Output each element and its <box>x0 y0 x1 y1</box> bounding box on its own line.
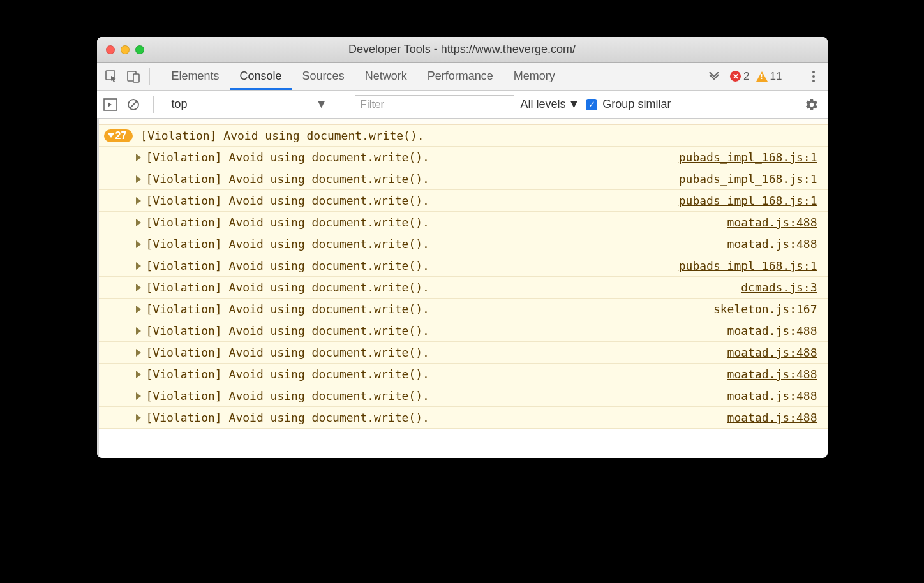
log-source-link[interactable]: moatad.js:488 <box>727 216 817 229</box>
log-source-link[interactable]: pubads_impl_168.js:1 <box>679 151 817 164</box>
disclosure-triangle-icon[interactable] <box>136 240 141 248</box>
disclosure-triangle-icon[interactable] <box>136 219 141 226</box>
chevron-down-icon <box>108 133 114 138</box>
tab-elements[interactable]: Elements <box>161 63 230 90</box>
log-message: [Violation] Avoid using document.write()… <box>146 281 741 294</box>
log-message: [Violation] Avoid using document.write()… <box>146 172 679 186</box>
log-message: [Violation] Avoid using document.write()… <box>146 302 713 316</box>
console-group-header[interactable]: 27 [Violation] Avoid using document.writ… <box>99 125 828 147</box>
log-source-link[interactable]: moatad.js:488 <box>727 389 817 402</box>
log-message: [Violation] Avoid using document.write()… <box>146 237 727 251</box>
window-title: Developer Tools - https://www.theverge.c… <box>97 43 828 56</box>
log-source-link[interactable]: moatad.js:488 <box>727 237 817 251</box>
console-log-row: [Violation] Avoid using document.write()… <box>99 233 828 255</box>
disclosure-triangle-icon[interactable] <box>136 175 141 183</box>
log-source-link[interactable]: dcmads.js:3 <box>741 281 817 294</box>
console-log-row: [Violation] Avoid using document.write()… <box>99 364 828 385</box>
tab-performance[interactable]: Performance <box>417 63 503 90</box>
console-body: 27 [Violation] Avoid using document.writ… <box>97 119 828 458</box>
log-source-link[interactable]: skeleton.js:167 <box>713 302 817 316</box>
console-log-row: [Violation] Avoid using document.write()… <box>99 342 828 364</box>
disclosure-triangle-icon[interactable] <box>136 306 141 313</box>
console-log-row: [Violation] Avoid using document.write()… <box>99 385 828 407</box>
log-source-link[interactable]: pubads_impl_168.js:1 <box>679 194 817 207</box>
disclosure-triangle-icon[interactable] <box>136 327 141 335</box>
toggle-sidebar-icon[interactable] <box>102 96 119 113</box>
divider <box>343 96 343 113</box>
context-value: top <box>172 98 188 111</box>
console-log-row: [Violation] Avoid using document.write()… <box>99 407 828 429</box>
console-log-row: [Violation] Avoid using document.write()… <box>99 147 828 168</box>
chevron-down-icon: ▼ <box>569 98 580 111</box>
error-icon: ✕ <box>730 71 741 82</box>
group-similar-checkbox[interactable]: ✓ Group similar <box>586 98 671 111</box>
tab-sources[interactable]: Sources <box>292 63 355 90</box>
window-close-button[interactable] <box>106 45 115 54</box>
log-source-link[interactable]: pubads_impl_168.js:1 <box>679 259 817 272</box>
tab-console[interactable]: Console <box>230 63 292 90</box>
chevron-down-icon: ▼ <box>316 98 327 111</box>
window-zoom-button[interactable] <box>135 45 144 54</box>
console-log-row: [Violation] Avoid using document.write()… <box>99 190 828 212</box>
traffic-lights <box>106 45 144 54</box>
disclosure-triangle-icon[interactable] <box>136 371 141 378</box>
warning-count-badge[interactable]: 11 <box>756 70 782 83</box>
inspect-element-icon[interactable] <box>101 66 123 87</box>
error-count: 2 <box>743 70 749 83</box>
clear-console-icon[interactable] <box>125 96 142 113</box>
console-rows: [Violation] Avoid using document.write()… <box>99 147 828 429</box>
disclosure-triangle-icon[interactable] <box>136 197 141 205</box>
console-settings-icon[interactable] <box>805 98 823 112</box>
check-icon: ✓ <box>586 99 597 110</box>
log-message: [Violation] Avoid using document.write()… <box>146 367 727 381</box>
error-count-badge[interactable]: ✕ 2 <box>730 70 749 83</box>
disclosure-triangle-icon[interactable] <box>136 262 141 270</box>
disclosure-triangle-icon[interactable] <box>136 392 141 400</box>
divider <box>153 96 154 113</box>
log-message: [Violation] Avoid using document.write()… <box>146 324 727 337</box>
filter-input[interactable] <box>355 95 514 114</box>
group-count: 27 <box>116 130 127 142</box>
disclosure-triangle-icon[interactable] <box>136 414 141 422</box>
console-log-row: [Violation] Avoid using document.write()… <box>99 277 828 299</box>
devtools-menu-icon[interactable] <box>806 71 821 82</box>
log-source-link[interactable]: pubads_impl_168.js:1 <box>679 172 817 186</box>
log-source-link[interactable]: moatad.js:488 <box>727 346 817 359</box>
log-source-link[interactable]: moatad.js:488 <box>727 411 817 424</box>
log-message: [Violation] Avoid using document.write()… <box>146 389 727 402</box>
devtools-window: Developer Tools - https://www.theverge.c… <box>97 37 828 458</box>
warning-icon <box>756 71 768 82</box>
console-log-row: [Violation] Avoid using document.write()… <box>99 320 828 342</box>
titlebar: Developer Tools - https://www.theverge.c… <box>97 37 828 63</box>
tab-network[interactable]: Network <box>355 63 417 90</box>
panel-tabs: Elements Console Sources Network Perform… <box>161 63 565 90</box>
more-tabs-icon[interactable] <box>704 72 724 81</box>
disclosure-triangle-icon[interactable] <box>136 349 141 357</box>
tabbar-right: ✕ 2 11 <box>704 68 823 85</box>
disclosure-triangle-icon[interactable] <box>136 154 141 161</box>
window-minimize-button[interactable] <box>121 45 130 54</box>
warning-count: 11 <box>770 70 782 83</box>
tab-memory[interactable]: Memory <box>503 63 565 90</box>
console-log-row: [Violation] Avoid using document.write()… <box>99 255 828 277</box>
group-count-badge: 27 <box>104 129 133 142</box>
group-message: [Violation] Avoid using document.write()… <box>140 129 424 142</box>
svg-line-5 <box>130 101 137 108</box>
group-similar-label: Group similar <box>602 98 671 111</box>
disclosure-triangle-icon[interactable] <box>136 284 141 292</box>
previous-row-fragment <box>99 119 828 125</box>
console-log-row: [Violation] Avoid using document.write()… <box>99 168 828 190</box>
svg-rect-2 <box>133 74 139 82</box>
execution-context-select[interactable]: top ▼ <box>165 95 331 114</box>
console-toolbar: top ▼ All levels ▼ ✓ Group similar <box>97 91 828 119</box>
log-levels-select[interactable]: All levels ▼ <box>521 98 580 111</box>
levels-label: All levels <box>521 98 566 111</box>
log-message: [Violation] Avoid using document.write()… <box>146 346 727 359</box>
log-message: [Violation] Avoid using document.write()… <box>146 151 679 164</box>
log-source-link[interactable]: moatad.js:488 <box>727 324 817 337</box>
log-source-link[interactable]: moatad.js:488 <box>727 367 817 381</box>
device-toolbar-icon[interactable] <box>123 66 144 87</box>
log-message: [Violation] Avoid using document.write()… <box>146 411 727 424</box>
log-message: [Violation] Avoid using document.write()… <box>146 194 679 207</box>
console-log-row: [Violation] Avoid using document.write()… <box>99 299 828 320</box>
